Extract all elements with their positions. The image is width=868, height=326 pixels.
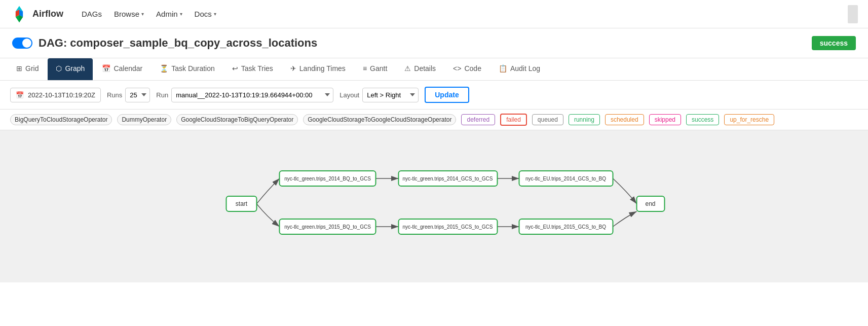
grid-icon: ⊞ (16, 64, 22, 73)
brand[interactable]: Airflow (10, 5, 63, 23)
node-eu-2015[interactable]: nyc-tlc_EU.trips_2015_GCS_to_BQ (519, 219, 613, 234)
edge-start-bq2015 (257, 204, 280, 227)
legend-status-scheduled[interactable]: scheduled (605, 114, 644, 125)
calendar-icon: 📅 (102, 64, 110, 73)
tab-code[interactable]: <> Code (445, 58, 489, 80)
nav-admin[interactable]: Admin ▾ (150, 0, 188, 28)
gantt-icon: ≡ (363, 64, 367, 73)
legend-operator-bigquery[interactable]: BigQueryToCloudStorageOperator (10, 114, 112, 125)
calendar-input-icon: 📅 (16, 91, 24, 99)
svg-text:nyc-tlc_green.trips_2015_BQ_to: nyc-tlc_green.trips_2015_BQ_to_GCS (284, 224, 371, 230)
tab-bar: ⊞ Grid ⬡ Graph 📅 Calendar ⏳ Task Duratio… (0, 58, 868, 81)
date-picker[interactable]: 📅 2022-10-13T10:19:20Z (10, 88, 101, 102)
brand-name: Airflow (32, 9, 63, 19)
edge-start-bq2014 (257, 178, 280, 204)
nav-docs[interactable]: Docs ▾ (188, 0, 222, 28)
legend-status-up-for-reschedule[interactable]: up_for_resche (724, 114, 774, 125)
dag-title: DAG: composer_sample_bq_copy_across_loca… (39, 37, 317, 50)
tab-calendar[interactable]: 📅 Calendar (94, 58, 150, 80)
node-bq-2014[interactable]: nyc-tlc_green.trips_2014_BQ_to_GCS (280, 171, 376, 186)
svg-text:start: start (236, 200, 248, 207)
svg-text:nyc-tlc_EU.trips_2015_GCS_to_B: nyc-tlc_EU.trips_2015_GCS_to_BQ (525, 224, 606, 230)
admin-chevron-icon: ▾ (180, 11, 182, 17)
tab-task-duration[interactable]: ⏳ Task Duration (152, 58, 223, 80)
nav-browse[interactable]: Browse ▾ (108, 0, 150, 28)
legend-operator-dummy[interactable]: DummyOperator (117, 114, 171, 125)
node-start[interactable]: start (227, 196, 257, 211)
landing-times-icon: ✈ (290, 64, 296, 73)
docs-chevron-icon: ▾ (214, 11, 216, 17)
tab-grid[interactable]: ⊞ Grid (8, 58, 47, 80)
details-icon: ⚠ (404, 64, 411, 73)
layout-group: Layout Left > Right Top > Bottom (339, 88, 419, 102)
tab-audit-log[interactable]: 📋 Audit Log (490, 58, 548, 80)
legend-status-skipped[interactable]: skipped (649, 114, 681, 125)
toolbar: 📅 2022-10-13T10:19:20Z Runs 25 10 50 Run… (0, 81, 868, 110)
dag-status-badge: success (812, 36, 856, 50)
update-button[interactable]: Update (425, 87, 469, 103)
task-duration-icon: ⏳ (160, 64, 168, 73)
legend-status-failed[interactable]: failed (500, 114, 527, 126)
runs-group: Runs 25 10 50 (107, 88, 150, 102)
tab-gantt[interactable]: ≡ Gantt (355, 58, 395, 80)
runs-select[interactable]: 25 10 50 (125, 88, 150, 102)
node-bq-2015[interactable]: nyc-tlc_green.trips_2015_BQ_to_GCS (280, 219, 376, 234)
node-gcs-2015[interactable]: nyc-tlc_green.trips_2015_GCS_to_GCS (399, 219, 498, 234)
dag-graph-svg[interactable]: start nyc-tlc_green.trips_2014_BQ_to_GCS… (10, 140, 858, 262)
header-status-area: success (812, 39, 856, 47)
navbar-user-icon (848, 5, 858, 23)
run-group: Run manual__2022-10-13T10:19:19.664944+0… (156, 88, 333, 102)
graph-icon: ⬡ (56, 64, 62, 73)
legend-status-deferred[interactable]: deferred (461, 114, 495, 125)
layout-select[interactable]: Left > Right Top > Bottom (362, 88, 419, 102)
nav-dags[interactable]: DAGs (76, 0, 108, 28)
dag-graph-area: start nyc-tlc_green.trips_2014_BQ_to_GCS… (0, 130, 868, 282)
node-eu-2014[interactable]: nyc-tlc_EU.trips_2014_GCS_to_BQ (519, 171, 613, 186)
svg-text:nyc-tlc_green.trips_2015_GCS_t: nyc-tlc_green.trips_2015_GCS_to_GCS (403, 224, 493, 230)
dag-toggle[interactable] (12, 38, 32, 49)
svg-text:nyc-tlc_EU.trips_2014_GCS_to_B: nyc-tlc_EU.trips_2014_GCS_to_BQ (525, 176, 606, 182)
code-icon: <> (453, 64, 461, 73)
tab-graph[interactable]: ⬡ Graph (48, 58, 93, 80)
audit-log-icon: 📋 (499, 64, 507, 73)
node-gcs-2014[interactable]: nyc-tlc_green.trips_2014_GCS_to_GCS (399, 171, 498, 186)
airflow-logo-icon (10, 5, 28, 23)
browse-chevron-icon: ▾ (141, 11, 144, 17)
svg-text:end: end (645, 200, 655, 207)
edge-eu2015-end (613, 211, 637, 227)
legend-operator-gcs-gcs[interactable]: GoogleCloudStorageToGoogleCloudStorageOp… (303, 114, 456, 125)
tab-details[interactable]: ⚠ Details (396, 58, 444, 80)
svg-text:nyc-tlc_green.trips_2014_BQ_to: nyc-tlc_green.trips_2014_BQ_to_GCS (284, 176, 371, 182)
tab-landing-times[interactable]: ✈ Landing Times (282, 58, 354, 80)
run-select[interactable]: manual__2022-10-13T10:19:19.664944+00:00 (171, 88, 333, 102)
legend-status-queued[interactable]: queued (532, 114, 563, 125)
task-tries-icon: ↩ (232, 64, 238, 73)
navbar: Airflow DAGs Browse ▾ Admin ▾ Docs ▾ (0, 0, 868, 28)
tab-task-tries[interactable]: ↩ Task Tries (224, 58, 281, 80)
node-end[interactable]: end (637, 196, 665, 211)
legend-status-success[interactable]: success (686, 114, 719, 125)
page-header: DAG: composer_sample_bq_copy_across_loca… (0, 28, 868, 58)
svg-text:nyc-tlc_green.trips_2014_GCS_t: nyc-tlc_green.trips_2014_GCS_to_GCS (403, 176, 493, 182)
edge-eu2014-end (613, 178, 637, 204)
legend-bar: BigQueryToCloudStorageOperator DummyOper… (0, 110, 868, 130)
legend-operator-gcs-bq[interactable]: GoogleCloudStorageToBigQueryOperator (176, 114, 298, 125)
legend-status-running[interactable]: running (569, 114, 600, 125)
